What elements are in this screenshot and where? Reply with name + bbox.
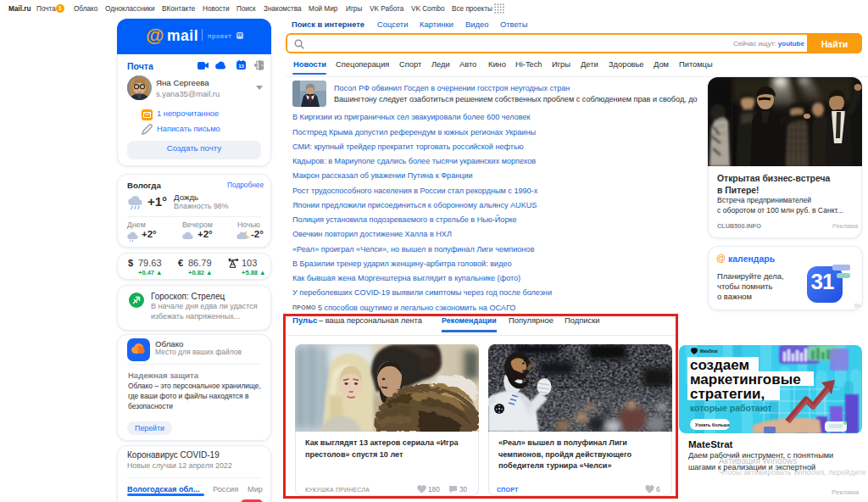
svg-text:13: 13	[238, 64, 244, 69]
svg-text:MateStrat: MateStrat	[700, 349, 718, 354]
svg-text:которые работают: которые работают	[690, 403, 772, 413]
svg-text:Узнать больше: Узнать больше	[695, 422, 730, 427]
svg-text:стратегии,: стратегии,	[690, 386, 765, 402]
